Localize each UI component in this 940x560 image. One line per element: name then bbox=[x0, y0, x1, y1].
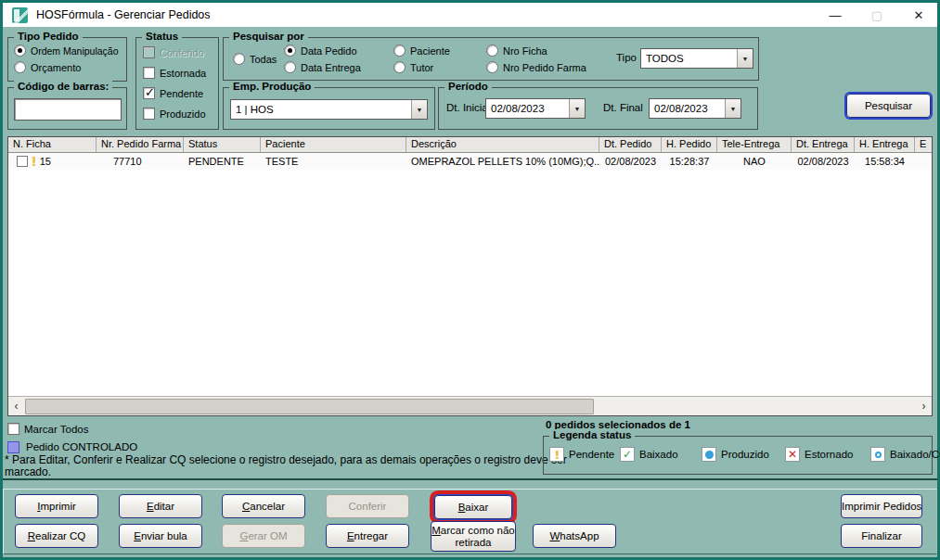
radio-tutor[interactable]: Tutor bbox=[393, 61, 433, 73]
table-row[interactable]: ! 15 77710 PENDENTE TESTE OMEPRAZOL PELL… bbox=[8, 153, 932, 170]
imprimir-pedidos-button[interactable]: Imprimir Pedidos bbox=[841, 494, 922, 518]
dt-final-dropdown[interactable]: 02/08/2023 ▼ bbox=[649, 98, 741, 119]
cell-descricao: OMEPRAZOL PELLETS 10% (10MG);Q... bbox=[406, 156, 599, 167]
column-header-descricao[interactable]: Descrição bbox=[406, 137, 599, 152]
dropdown-arrow-icon: ▼ bbox=[725, 99, 740, 118]
table-header-row: N. Ficha Nr. Pedido Farma Status Pacient… bbox=[8, 137, 932, 153]
pendente-icon: ! bbox=[549, 447, 564, 462]
app-logo-icon bbox=[12, 7, 28, 23]
gerar-om-button[interactable]: Gerar OM bbox=[222, 524, 305, 548]
radio-orcamento[interactable]: Orçamento bbox=[14, 61, 81, 73]
radio-icon bbox=[233, 53, 245, 65]
groupbox-codigo-barras: Código de barras: bbox=[7, 87, 127, 130]
marcar-todos-checkbox[interactable]: Marcar Todos bbox=[7, 423, 88, 435]
cell-dt-entrega: 02/08/2023 bbox=[792, 156, 855, 167]
cell-h-entrega: 15:58:34 bbox=[855, 156, 915, 167]
groupbox-tipo-pedido: Tipo Pedido Ordem Manipulação Orçamento bbox=[7, 37, 127, 82]
radio-nro-ficha[interactable]: Nro Ficha bbox=[486, 45, 547, 57]
whatsapp-button[interactable]: WhatsApp bbox=[533, 524, 616, 548]
orders-table: N. Ficha Nr. Pedido Farma Status Pacient… bbox=[7, 136, 933, 416]
checkbox-conferido[interactable]: Conferido bbox=[143, 46, 204, 58]
emp-producao-dropdown[interactable]: 1 | HOS ▼ bbox=[230, 99, 428, 120]
tipo-label: Tipo bbox=[616, 52, 637, 63]
dt-inicial-dropdown[interactable]: 02/08/2023 ▼ bbox=[485, 98, 586, 119]
cell-dt-pedido: 02/08/2023 bbox=[599, 156, 662, 167]
groupbox-title: Emp. Produção bbox=[229, 81, 315, 92]
radio-data-pedido[interactable]: Data Pedido bbox=[284, 45, 357, 57]
checkbox-icon bbox=[143, 46, 155, 58]
column-header-truncated[interactable]: E bbox=[915, 137, 932, 152]
barcode-input[interactable] bbox=[14, 98, 122, 121]
close-button[interactable]: ✕ bbox=[903, 3, 934, 27]
tipo-dropdown[interactable]: TODOS ▼ bbox=[640, 48, 753, 69]
groupbox-title: Status bbox=[142, 31, 182, 42]
groupbox-title: Código de barras: bbox=[14, 81, 112, 92]
dt-inicial-label: Dt. Inicial bbox=[446, 102, 490, 113]
radio-icon bbox=[14, 45, 26, 57]
radio-icon bbox=[14, 61, 26, 73]
column-header-dt-pedido[interactable]: Dt. Pedido bbox=[599, 137, 662, 152]
scroll-left-icon[interactable]: ‹ bbox=[8, 397, 24, 415]
pedido-controlado-icon bbox=[7, 441, 19, 453]
column-header-paciente[interactable]: Paciente bbox=[261, 137, 406, 152]
groupbox-pesquisar-por: Pesquisar por Todas Data Pedido Data Ent… bbox=[223, 37, 759, 81]
finalizar-button[interactable]: Finalizar bbox=[841, 524, 922, 548]
column-header-h-entrega[interactable]: H. Entrega bbox=[855, 137, 915, 152]
groupbox-periodo: Período Dt. Inicial 02/08/2023 ▼ Dt. Fin… bbox=[438, 87, 758, 130]
editar-button[interactable]: Editar bbox=[119, 494, 202, 518]
radio-data-entrega[interactable]: Data Entrega bbox=[284, 61, 361, 73]
radio-ordem-manipulacao[interactable]: Ordem Manipulação bbox=[14, 45, 119, 57]
cell-nr-pedido-farma: 77710 bbox=[97, 156, 184, 167]
dropdown-arrow-icon: ▼ bbox=[737, 49, 753, 68]
window-title: HOSFórmula - Gerenciar Pedidos bbox=[36, 8, 211, 21]
radio-icon bbox=[393, 45, 406, 57]
pesquisar-button[interactable]: Pesquisar bbox=[846, 94, 931, 118]
groupbox-title: Período bbox=[444, 81, 492, 92]
scroll-right-icon[interactable]: › bbox=[916, 397, 932, 415]
legend-item-produzido: Produzido bbox=[702, 447, 769, 462]
cancelar-button[interactable]: Cancelar bbox=[222, 494, 305, 518]
column-header-h-pedido[interactable]: H. Pedido bbox=[662, 137, 717, 152]
radio-icon bbox=[393, 61, 406, 73]
column-header-tele-entrega[interactable]: Tele-Entrega bbox=[717, 137, 792, 152]
checkbox-estornada[interactable]: Estornada bbox=[143, 67, 206, 79]
column-header-dt-entrega[interactable]: Dt. Entrega bbox=[792, 137, 855, 152]
legend-item-estornado: ✕ Estornado bbox=[785, 447, 853, 462]
radio-icon bbox=[284, 61, 296, 73]
imprimir-button[interactable]: Imprimir bbox=[15, 494, 98, 518]
groupbox-title: Legenda status bbox=[549, 429, 635, 440]
checkbox-checked-icon bbox=[143, 87, 155, 99]
radio-todas[interactable]: Todas bbox=[233, 53, 277, 65]
baixado-cq-circle-icon bbox=[870, 447, 885, 462]
realizar-cq-button[interactable]: Realizar CQ bbox=[15, 524, 98, 548]
column-header-n-ficha[interactable]: N. Ficha bbox=[8, 137, 97, 152]
legend-item-pendente: ! Pendente bbox=[549, 447, 614, 462]
scrollbar-thumb[interactable] bbox=[25, 399, 594, 414]
column-header-nr-pedido-farma[interactable]: Nr. Pedido Farma bbox=[97, 137, 184, 152]
baixar-button[interactable]: Baixar bbox=[434, 495, 512, 519]
checkbox-pendente[interactable]: Pendente bbox=[143, 87, 203, 99]
maximize-button[interactable]: ▢ bbox=[861, 3, 893, 27]
enviar-bula-button[interactable]: Enviar bula bbox=[119, 524, 202, 548]
marcar-nao-retirada-button[interactable]: Marcar como não retirada bbox=[431, 521, 516, 552]
conferir-button[interactable]: Conferir bbox=[326, 494, 409, 518]
entregar-button[interactable]: Entregar bbox=[326, 524, 409, 548]
main-panel: Tipo Pedido Ordem Manipulação Orçamento … bbox=[3, 27, 937, 557]
row-select-checkbox[interactable] bbox=[17, 156, 28, 167]
column-header-status[interactable]: Status bbox=[184, 137, 261, 152]
groupbox-title: Tipo Pedido bbox=[14, 31, 83, 42]
title-bar: HOSFórmula - Gerenciar Pedidos — ▢ ✕ bbox=[3, 3, 937, 27]
radio-paciente[interactable]: Paciente bbox=[393, 45, 450, 57]
cell-n-ficha: 15 bbox=[40, 156, 51, 167]
baixado-check-icon: ✓ bbox=[620, 447, 635, 462]
pendente-status-icon: ! bbox=[32, 156, 36, 167]
checkbox-icon bbox=[7, 423, 19, 435]
checkbox-icon bbox=[143, 108, 155, 120]
action-button-panel: Imprimir Editar Cancelar Conferir Baixar… bbox=[3, 489, 937, 554]
groupbox-title: Pesquisar por bbox=[229, 31, 308, 42]
horizontal-scrollbar[interactable]: ‹ › bbox=[8, 396, 932, 415]
checkbox-produzido[interactable]: Produzido bbox=[143, 108, 206, 120]
minimize-button[interactable]: — bbox=[819, 3, 851, 27]
radio-nro-pedido-farma[interactable]: Nro Pedido Farma bbox=[486, 61, 586, 73]
cell-tele-entrega: NAO bbox=[717, 156, 792, 167]
